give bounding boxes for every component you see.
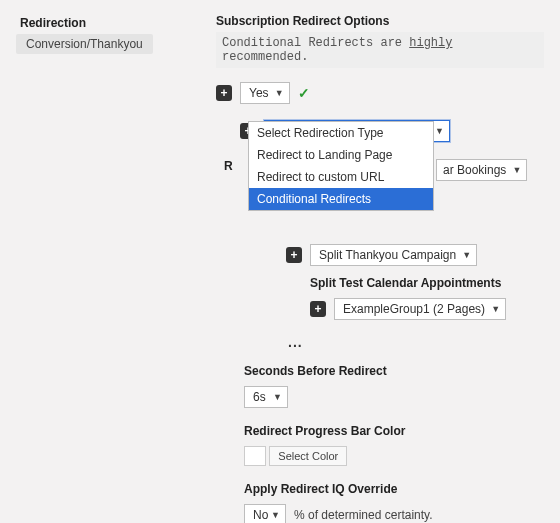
dropdown-option-selected[interactable]: Conditional Redirects: [249, 188, 433, 210]
select-color-button[interactable]: Select Color: [269, 446, 347, 466]
note-post: recommended.: [222, 50, 308, 64]
chevron-down-icon: ▼: [271, 510, 280, 520]
split-campaign-value: Split Thankyou Campaign: [319, 248, 456, 262]
chevron-down-icon: ▼: [512, 165, 521, 175]
note-underline: highly: [409, 36, 452, 50]
progress-color-title: Redirect Progress Bar Color: [244, 424, 544, 438]
override-suffix: % of determined certainty.: [294, 508, 433, 522]
bookings-select-value: ar Bookings: [443, 163, 506, 177]
chevron-down-icon: ▼: [491, 304, 500, 314]
recommendation-note: Conditional Redirects are highly recomme…: [216, 32, 544, 68]
override-select[interactable]: No ▼: [244, 504, 286, 523]
override-title: Apply Redirect IQ Override: [244, 482, 544, 496]
sidebar-item-conversion[interactable]: Conversion/Thankyou: [16, 34, 153, 54]
check-icon: ✓: [298, 85, 310, 101]
split-test-group-value: ExampleGroup1 (2 Pages): [343, 302, 485, 316]
chevron-down-icon: ▼: [275, 88, 284, 98]
split-campaign-select[interactable]: Split Thankyou Campaign ▼: [310, 244, 477, 266]
seconds-select[interactable]: 6s ▼: [244, 386, 288, 408]
enable-select[interactable]: Yes ▼: [240, 82, 290, 104]
add-icon[interactable]: +: [216, 85, 232, 101]
seconds-value: 6s: [253, 390, 266, 404]
enable-select-value: Yes: [249, 86, 269, 100]
sidebar-title: Redirection: [20, 16, 196, 30]
redirection-type-dropdown: Select Redirection Type Redirect to Land…: [248, 121, 434, 211]
chevron-down-icon: ▼: [435, 126, 444, 136]
chevron-down-icon: ▼: [273, 392, 282, 402]
split-test-group-select[interactable]: ExampleGroup1 (2 Pages) ▼: [334, 298, 506, 320]
ellipsis-icon[interactable]: ...: [288, 334, 544, 350]
note-pre: Conditional Redirects are: [222, 36, 409, 50]
add-icon[interactable]: +: [286, 247, 302, 263]
chevron-down-icon: ▼: [462, 250, 471, 260]
override-value: No: [253, 508, 268, 522]
dropdown-option[interactable]: Select Redirection Type: [249, 122, 433, 144]
section-title: Subscription Redirect Options: [216, 14, 544, 28]
bookings-select[interactable]: ar Bookings ▼: [436, 159, 527, 181]
color-swatch[interactable]: [244, 446, 266, 466]
seconds-title: Seconds Before Redirect: [244, 364, 544, 378]
dropdown-option[interactable]: Redirect to custom URL: [249, 166, 433, 188]
hidden-section-label: R: [224, 159, 233, 173]
dropdown-option[interactable]: Redirect to Landing Page: [249, 144, 433, 166]
add-icon[interactable]: +: [310, 301, 326, 317]
split-test-title: Split Test Calendar Appointments: [310, 276, 544, 290]
